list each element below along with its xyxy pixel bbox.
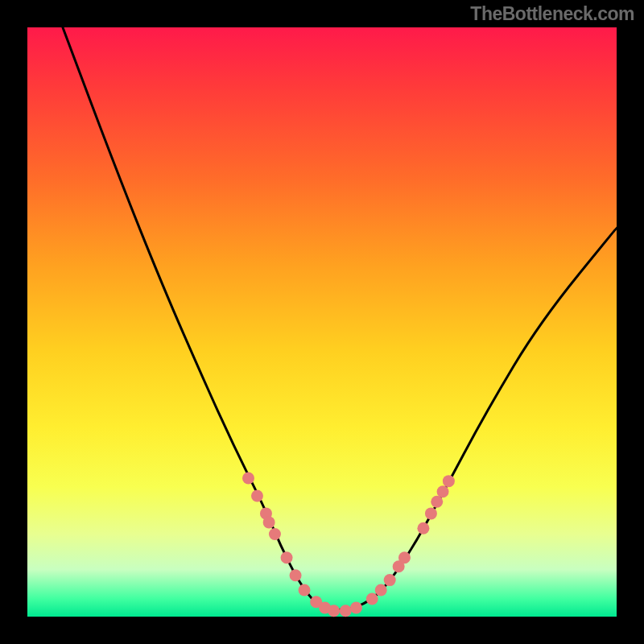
plot-area	[27, 27, 617, 617]
data-point	[350, 602, 362, 614]
data-point	[425, 507, 437, 519]
bottleneck-curve-svg	[27, 27, 617, 617]
data-point	[281, 551, 293, 564]
data-point	[242, 472, 254, 484]
data-point	[384, 574, 396, 586]
watermark-label: TheBottleneck.com	[470, 3, 634, 25]
chart-container: TheBottleneck.com	[0, 0, 644, 644]
data-point	[437, 485, 449, 497]
data-point	[290, 569, 302, 581]
data-point	[340, 605, 352, 617]
data-point	[328, 605, 340, 617]
data-point	[443, 475, 455, 487]
data-point	[417, 522, 429, 535]
data-point	[375, 584, 387, 597]
data-point	[251, 489, 263, 502]
data-point	[398, 551, 411, 564]
data-point	[366, 593, 378, 605]
data-points-right	[366, 475, 455, 605]
bottleneck-curve-path	[63, 27, 617, 609]
data-point	[299, 584, 311, 597]
data-point	[269, 528, 281, 540]
data-points-left	[242, 472, 362, 617]
data-point	[263, 516, 275, 528]
